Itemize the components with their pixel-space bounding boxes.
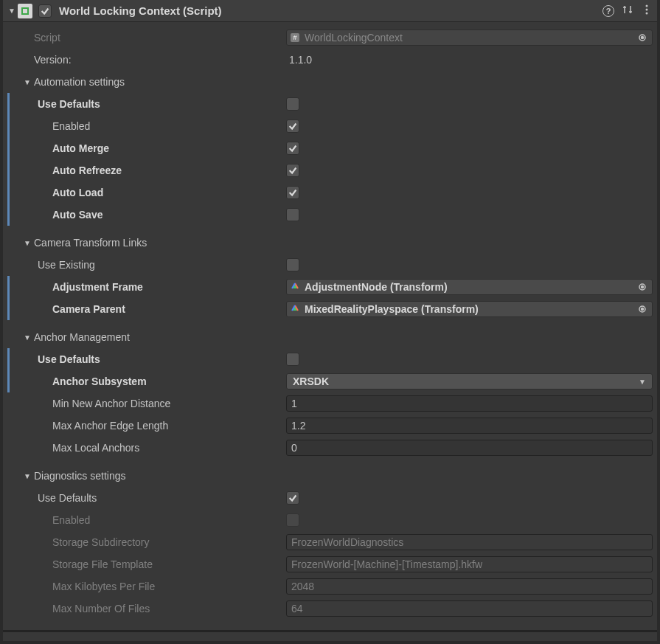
camera-parent-field[interactable]: MixedRealityPlayspace (Transform) bbox=[286, 301, 653, 317]
version-row: Version: 1.1.0 bbox=[3, 49, 657, 71]
automation-item-label: Auto Merge bbox=[52, 142, 109, 154]
max-anchor-edge-field[interactable]: 1.2 bbox=[286, 418, 653, 434]
max-kb-field: 2048 bbox=[286, 578, 653, 595]
svg-point-6 bbox=[646, 13, 648, 15]
automation-item-row: Auto Refreeze bbox=[3, 159, 657, 181]
adjustment-frame-row: Adjustment Frame AdjustmentNode (Transfo… bbox=[3, 276, 657, 298]
storage-file-field: FrozenWorld-[Machine]-[Timestamp].hkfw bbox=[286, 556, 653, 572]
automation-item-checkbox[interactable] bbox=[286, 120, 299, 133]
max-local-anchors-field[interactable]: 0 bbox=[286, 440, 653, 456]
automation-section-header[interactable]: ▼ Automation settings bbox=[3, 71, 657, 93]
foldout-icon[interactable]: ▼ bbox=[21, 333, 34, 342]
camera-section-header[interactable]: ▼ Camera Transform Links bbox=[3, 232, 657, 254]
script-icon bbox=[18, 4, 32, 18]
diag-enabled-row: Enabled bbox=[3, 509, 657, 531]
object-picker-icon[interactable] bbox=[636, 302, 649, 316]
object-picker-icon[interactable] bbox=[636, 280, 649, 294]
automation-item-checkbox[interactable] bbox=[286, 208, 299, 221]
anchor-section-header[interactable]: ▼ Anchor Management bbox=[3, 326, 657, 348]
kebab-menu-icon[interactable] bbox=[641, 4, 653, 18]
script-row: Script # WorldLockingContext bbox=[3, 27, 657, 49]
automation-item-row: Auto Load bbox=[3, 181, 657, 204]
foldout-icon[interactable]: ▼ bbox=[21, 239, 34, 247]
svg-point-5 bbox=[646, 9, 648, 11]
storage-file-row: Storage File Template FrozenWorld-[Machi… bbox=[3, 553, 657, 575]
anchor-use-defaults-row: Use Defaults bbox=[3, 348, 657, 370]
camera-use-existing-row: Use Existing bbox=[3, 254, 657, 276]
automation-item-label: Auto Refreeze bbox=[52, 165, 122, 176]
automation-item-checkbox[interactable] bbox=[286, 164, 299, 177]
object-picker-icon[interactable] bbox=[636, 31, 649, 44]
max-files-row: Max Number Of Files 64 bbox=[3, 598, 657, 620]
version-value: 1.1.0 bbox=[286, 54, 312, 66]
automation-use-defaults-checkbox[interactable] bbox=[286, 97, 299, 111]
foldout-icon[interactable]: ▼ bbox=[21, 472, 34, 480]
storage-dir-row: Storage Subdirectory FrozenWorldDiagnost… bbox=[3, 531, 657, 553]
automation-item-checkbox[interactable] bbox=[286, 186, 299, 199]
help-icon[interactable]: ? bbox=[602, 5, 614, 17]
camera-parent-row: Camera Parent MixedRealityPlayspace (Tra… bbox=[3, 298, 657, 320]
svg-point-12 bbox=[642, 286, 644, 288]
svg-point-4 bbox=[646, 5, 648, 7]
automation-item-row: Auto Merge bbox=[3, 137, 657, 159]
chevron-down-icon: ▼ bbox=[639, 378, 646, 386]
transform-icon bbox=[290, 282, 300, 292]
min-anchor-distance-row: Min New Anchor Distance 1 bbox=[3, 392, 657, 415]
script-label: Script bbox=[34, 32, 60, 44]
presets-icon[interactable] bbox=[622, 4, 633, 18]
script-object-field[interactable]: # WorldLockingContext bbox=[286, 30, 653, 46]
adjustment-frame-field[interactable]: AdjustmentNode (Transform) bbox=[286, 279, 653, 295]
anchor-subsystem-dropdown[interactable]: XRSDK ▼ bbox=[286, 373, 653, 389]
divider bbox=[3, 630, 657, 632]
component-header[interactable]: ▼ World Locking Context (Script) ? bbox=[3, 0, 657, 22]
csharp-icon: # bbox=[290, 32, 300, 43]
automation-item-label: Auto Load bbox=[52, 187, 103, 198]
automation-item-row: Auto Save bbox=[3, 204, 657, 226]
foldout-icon[interactable]: ▼ bbox=[7, 7, 16, 15]
svg-point-10 bbox=[642, 37, 644, 39]
max-local-anchors-row: Max Local Anchors 0 bbox=[3, 437, 657, 459]
automation-item-label: Enabled bbox=[52, 120, 90, 132]
camera-use-existing-checkbox[interactable] bbox=[286, 258, 299, 271]
max-files-field: 64 bbox=[286, 600, 653, 617]
svg-point-14 bbox=[642, 308, 644, 311]
transform-icon bbox=[290, 304, 300, 314]
svg-text:#: # bbox=[293, 34, 296, 41]
component-enabled-checkbox[interactable] bbox=[38, 4, 52, 18]
storage-dir-field: FrozenWorldDiagnostics bbox=[286, 534, 653, 550]
anchor-use-defaults-checkbox[interactable] bbox=[286, 353, 299, 366]
diag-enabled-checkbox bbox=[286, 513, 299, 527]
automation-title: Automation settings bbox=[34, 76, 125, 88]
max-anchor-edge-row: Max Anchor Edge Length 1.2 bbox=[3, 415, 657, 437]
component-title: World Locking Context (Script) bbox=[59, 4, 602, 17]
automation-item-checkbox[interactable] bbox=[286, 142, 299, 155]
diag-use-defaults-checkbox[interactable] bbox=[286, 491, 299, 505]
automation-item-row: Enabled bbox=[3, 115, 657, 137]
diag-use-defaults-row: Use Defaults bbox=[3, 487, 657, 509]
inspector-panel: ▼ World Locking Context (Script) ? bbox=[0, 0, 660, 644]
version-label: Version: bbox=[34, 54, 72, 66]
foldout-icon[interactable]: ▼ bbox=[21, 78, 34, 86]
max-kb-row: Max Kilobytes Per File 2048 bbox=[3, 575, 657, 598]
min-anchor-distance-field[interactable]: 1 bbox=[286, 395, 653, 412]
automation-item-label: Auto Save bbox=[52, 209, 103, 221]
diagnostics-section-header[interactable]: ▼ Diagnostics settings bbox=[3, 465, 657, 487]
anchor-subsystem-row: Anchor Subsystem XRSDK ▼ bbox=[3, 370, 657, 392]
automation-use-defaults-row: Use Defaults bbox=[3, 93, 657, 115]
